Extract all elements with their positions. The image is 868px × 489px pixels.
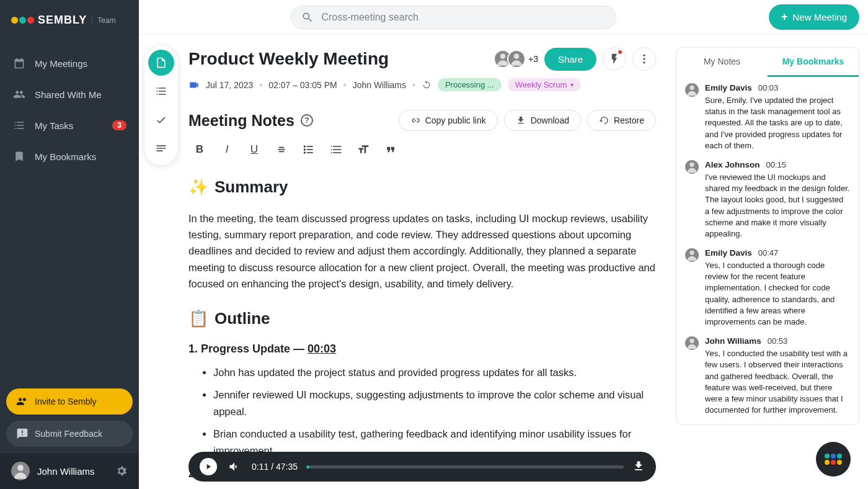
- quote-button[interactable]: [383, 142, 398, 157]
- invite-button[interactable]: Invite to Sembly: [6, 388, 133, 415]
- sparkle-icon: ✨: [188, 174, 208, 200]
- main: Cross-meeting search + New Meeting: [139, 0, 868, 489]
- volume-button[interactable]: [226, 458, 243, 475]
- timestamp-link[interactable]: 00:03: [308, 343, 336, 355]
- tab-my-notes[interactable]: My Notes: [676, 48, 768, 77]
- video-icon: [188, 79, 200, 91]
- bookmarks-list: Emily Davis00:03 Sure, Emily. I've updat…: [676, 77, 859, 424]
- svg-point-4: [304, 148, 306, 150]
- outline-bullet: Jennifer reviewed UI mockups, suggesting…: [213, 387, 656, 419]
- sidebar-nav: My Meetings Shared With Me My Tasks 3 My…: [0, 43, 139, 382]
- bookmark-item[interactable]: Emily Davis00:47 Yes, I conducted a thor…: [685, 248, 850, 328]
- textsize-button[interactable]: [356, 142, 371, 157]
- sidebar-item-label: My Meetings: [35, 58, 87, 69]
- bookmark-item[interactable]: John Williams00:53 Yes, I conducted the …: [685, 336, 850, 416]
- search-placeholder: Cross-meeting search: [321, 12, 418, 23]
- view-notes-button[interactable]: [148, 50, 174, 76]
- player-track[interactable]: [306, 465, 624, 469]
- svg-point-5: [304, 151, 306, 153]
- calendar-icon: [12, 56, 26, 70]
- sidebar-item-my-tasks[interactable]: My Tasks 3: [0, 110, 139, 141]
- sidebar-item-shared-with-me[interactable]: Shared With Me: [0, 79, 139, 110]
- tasks-badge: 3: [112, 120, 126, 130]
- restore-button[interactable]: Restore: [587, 110, 656, 131]
- user-name: John Williams: [37, 466, 95, 477]
- new-meeting-button[interactable]: + New Meeting: [769, 4, 859, 30]
- feedback-icon: [16, 428, 29, 440]
- brand-name: SEMBLY: [38, 14, 87, 27]
- sidebar-item-label: My Bookmarks: [35, 151, 96, 162]
- share-button[interactable]: Share: [544, 48, 596, 71]
- avatar: [685, 83, 699, 97]
- sidebar-item-my-bookmarks[interactable]: My Bookmarks: [0, 141, 139, 172]
- copy-link-button[interactable]: Copy public link: [399, 110, 498, 131]
- player-download-button[interactable]: [632, 460, 645, 474]
- ul-button[interactable]: [301, 142, 316, 157]
- fab-logo-icon: [825, 454, 842, 465]
- user-avatar: [11, 462, 30, 480]
- summary-heading: ✨ Summary: [188, 174, 656, 200]
- content-row: Product Weekly Meeting +3 Share: [139, 35, 868, 489]
- right-panel: My Notes My Bookmarks Emily Davis00:03 S…: [676, 35, 868, 489]
- more-vert-icon: [638, 53, 650, 65]
- meeting-host: John Williams: [353, 80, 406, 90]
- extra-attendees-count: +3: [528, 54, 538, 64]
- notes-body: ✨ Summary In the meeting, the team discu…: [188, 174, 656, 489]
- sidebar: SEMBLY Team My Meetings Shared With Me M…: [0, 0, 139, 489]
- download-button[interactable]: Download: [504, 110, 581, 131]
- summary-text: In the meeting, the team discussed progr…: [188, 210, 656, 292]
- underline-button[interactable]: U: [247, 142, 262, 157]
- doc-header: Product Weekly Meeting +3 Share: [188, 47, 656, 71]
- search-icon: [301, 11, 314, 24]
- help-icon[interactable]: ?: [301, 114, 313, 127]
- flash-button[interactable]: [603, 47, 626, 71]
- invite-label: Invite to Sembly: [35, 397, 97, 406]
- group-add-icon: [16, 395, 29, 408]
- bookmark-icon: [12, 150, 26, 163]
- bookmark-item[interactable]: Emily Davis00:03 Sure, Emily. I've updat…: [685, 83, 850, 151]
- notification-dot: [618, 50, 622, 54]
- outline-bullet: John has updated the project status and …: [213, 364, 656, 380]
- avatar: [685, 336, 699, 350]
- more-button[interactable]: [632, 47, 656, 71]
- topbar: Cross-meeting search + New Meeting: [139, 0, 868, 35]
- sync-icon[interactable]: [422, 80, 432, 90]
- tag-pill[interactable]: Weekly Scrum: [508, 78, 582, 91]
- view-tasks-button[interactable]: [148, 78, 174, 104]
- brand-logo-icon: [11, 17, 34, 24]
- view-check-button[interactable]: [148, 107, 174, 133]
- ol-button[interactable]: [329, 142, 343, 157]
- strike-button[interactable]: [274, 142, 289, 157]
- feedback-button[interactable]: Submit Feedback: [6, 421, 133, 447]
- outline-item-title: 1. Progress Update — 00:03: [188, 340, 656, 358]
- download-icon: [516, 115, 526, 125]
- tasks-icon: [12, 119, 26, 132]
- avatar: [685, 160, 699, 174]
- italic-button[interactable]: I: [219, 142, 234, 157]
- avatar: [685, 248, 699, 262]
- sidebar-item-my-meetings[interactable]: My Meetings: [0, 48, 139, 79]
- meeting-time: 02:07 – 03:05 PM: [268, 80, 337, 90]
- current-user-row[interactable]: John Williams: [0, 453, 139, 489]
- search-input[interactable]: Cross-meeting search: [291, 6, 616, 29]
- bookmark-item[interactable]: Alex Johnson00:15 I've reviewed the UI m…: [685, 160, 850, 240]
- sidebar-item-label: Shared With Me: [35, 89, 102, 100]
- play-button[interactable]: [200, 458, 217, 475]
- meeting-meta: Jul 17, 2023 • 02:07 – 03:05 PM • John W…: [188, 78, 656, 91]
- fab-button[interactable]: [816, 442, 851, 477]
- bold-button[interactable]: B: [192, 142, 207, 157]
- attendee-avatars[interactable]: +3: [498, 50, 538, 68]
- view-toolbar: [139, 35, 174, 489]
- tab-my-bookmarks[interactable]: My Bookmarks: [768, 48, 859, 77]
- player-time: 0:11 / 47:35: [252, 462, 298, 472]
- svg-point-2: [643, 61, 645, 63]
- gear-icon[interactable]: [115, 465, 128, 477]
- feedback-label: Submit Feedback: [35, 429, 102, 439]
- view-transcript-button[interactable]: [148, 135, 174, 161]
- status-pill: Processing ...: [438, 78, 502, 91]
- svg-point-1: [643, 58, 645, 60]
- bolt-icon: [608, 53, 621, 65]
- format-toolbar: B I U: [188, 142, 656, 157]
- svg-point-0: [643, 55, 645, 56]
- people-icon: [12, 87, 26, 101]
